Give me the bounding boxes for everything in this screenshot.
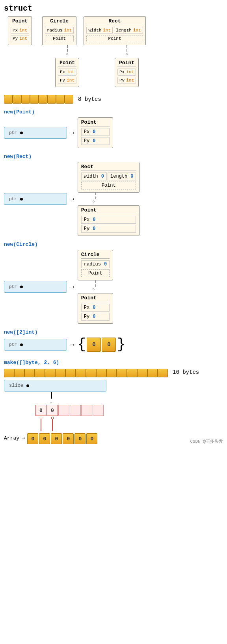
array-cell-1: 0	[102, 338, 116, 352]
new-array-label: new([2]int)	[4, 329, 223, 335]
bytes-8-section: 8 bytes	[4, 95, 223, 104]
circle-radius-field: radius int	[45, 27, 74, 34]
circle-point-connector: ◇ Point Px int Py int	[55, 45, 79, 87]
sub-cell-0: 0	[35, 405, 47, 416]
rect-length-field: length int	[114, 27, 143, 34]
ptr-dot	[20, 132, 23, 134]
red-lines	[35, 419, 223, 431]
new-rect-section: new(Rect) ptr → Rect width 0 length	[4, 154, 223, 236]
point-py-field: Py int	[11, 35, 29, 42]
arrow-right-rect-icon: →	[70, 195, 74, 203]
make-label: make([]byte, 2, 6)	[4, 360, 223, 366]
rect-title: Rect	[86, 18, 143, 25]
array-cell-0: 0	[87, 338, 101, 352]
new-point-row: ptr → Point Px 0 Py 0	[4, 117, 223, 148]
new-circle-embedded-point: Point Px 0 Py 0	[78, 293, 113, 324]
bytes-8-bar	[4, 95, 73, 104]
bottom-cell-4: 0	[74, 433, 86, 444]
circle-struct: Circle radius int Point	[42, 16, 76, 45]
slice-box: slice	[4, 380, 106, 392]
new-point-section: new(Point) ptr → Point Px 0 Py 0	[4, 109, 223, 148]
sub-cell-4	[81, 405, 92, 416]
rect-width-field: width int	[86, 27, 113, 34]
array-label-text: Array	[4, 435, 19, 441]
rect-point-dashed: Point	[86, 35, 143, 42]
arrow-right-array-icon: →	[70, 341, 74, 349]
new-rect-ptr-box: ptr	[4, 193, 67, 205]
sub-cell-1: 0	[47, 405, 58, 416]
rect-to-point-line	[95, 193, 140, 199]
new-array-ptr-box: ptr	[4, 339, 67, 351]
new-circle-label: new(Circle)	[4, 241, 223, 247]
struct-title: struct	[4, 4, 223, 13]
rect-two-fields: width int length int	[86, 27, 143, 35]
ptr-dot-array	[20, 343, 23, 346]
struct-definitions: Point Px int Py int Circle radius int Po…	[8, 16, 223, 45]
arrow-right-icon: →	[70, 129, 74, 137]
new-circle-struct-block: Circle radius 0 Point ◇ Point Px 0	[78, 250, 113, 324]
point-struct: Point Px int Py int	[8, 16, 32, 45]
rect-dashed-line	[127, 45, 127, 52]
bytes-16-label: 16 bytes	[173, 369, 199, 375]
arrow-right-circle-icon: →	[70, 283, 74, 291]
new-array-row: ptr → { 0 0 }	[4, 338, 223, 352]
new-rect-embedded-point: Point Px 0 Py 0	[78, 205, 140, 236]
slice-arrow-down: ↓	[51, 392, 223, 405]
sub-cell-2	[58, 405, 69, 416]
new-circle-struct: Circle radius 0 Point	[78, 250, 113, 280]
ptr-dot-rect	[20, 198, 23, 200]
new-point-struct: Point Px 0 Py 0	[78, 117, 113, 148]
sub-slice-block: 0 0	[35, 405, 223, 419]
circle-point-dashed: Point	[45, 35, 74, 42]
sub-slice-row: 0 0	[35, 405, 223, 416]
new-rect-label: new(Rect)	[4, 154, 223, 160]
bottom-cell-2: 0	[51, 433, 62, 444]
new-circle-row: ptr → Circle radius 0 Point ◇ Point	[4, 250, 223, 324]
bottom-cell-0: 0	[27, 433, 38, 444]
bytes-8-label: 8 bytes	[78, 96, 101, 102]
sub-cell-3	[70, 405, 81, 416]
circle-title: Circle	[45, 18, 74, 25]
bottom-array-row: 0 0 0 0 0 0	[27, 433, 97, 444]
new-array-cells: { 0 0 }	[78, 338, 125, 352]
new-point-ptr-box: ptr	[4, 127, 67, 139]
rect-embedded-point: Point Px int Py int	[115, 58, 139, 87]
new-circle-section: new(Circle) ptr → Circle radius 0 Point …	[4, 241, 223, 324]
embedded-connectors: ◇ Point Px int Py int ◇	[55, 45, 223, 87]
bottom-cell-1: 0	[39, 433, 50, 444]
bottom-cell-5: 0	[86, 433, 97, 444]
slice-row: slice	[4, 380, 223, 392]
circle-dashed-line	[67, 45, 68, 52]
new-array-section: new([2]int) ptr → { 0 0 }	[4, 329, 223, 352]
struct-section: struct Point Px int Py int Circle radius	[4, 4, 223, 87]
point-px-field: Px int	[11, 27, 29, 34]
slice-label: slice	[9, 383, 23, 388]
rect-point-connector: ◇ Point Px int Py int	[115, 45, 139, 87]
array-arrow-icon: →	[22, 435, 25, 441]
array-label-row: Array →	[4, 435, 25, 441]
rect-struct: Rect width int length int Point	[84, 16, 145, 45]
new-point-label: new(Point)	[4, 109, 223, 115]
make-bar-row: 16 bytes	[4, 367, 223, 377]
new-rect-struct-block: Rect width 0 length 0 Point ◇	[78, 162, 140, 236]
sub-cell-5	[93, 405, 104, 416]
bottom-cell-3: 0	[63, 433, 74, 444]
point-title: Point	[11, 18, 29, 25]
make-section: make([]byte, 2, 6) 16 bytes	[4, 360, 223, 444]
new-rect-struct: Rect width 0 length 0 Point	[78, 162, 140, 193]
new-circle-ptr-box: ptr	[4, 281, 67, 293]
slice-dot	[26, 384, 29, 387]
watermark: CSDN @王多头发	[190, 438, 223, 444]
new-rect-row: ptr → Rect width 0 length 0	[4, 162, 223, 236]
ptr-dot-circle	[20, 286, 23, 288]
circle-embedded-point: Point Px int Py int	[55, 58, 79, 87]
circle-to-point-line	[95, 280, 113, 287]
make-bytes-bar	[4, 369, 168, 377]
